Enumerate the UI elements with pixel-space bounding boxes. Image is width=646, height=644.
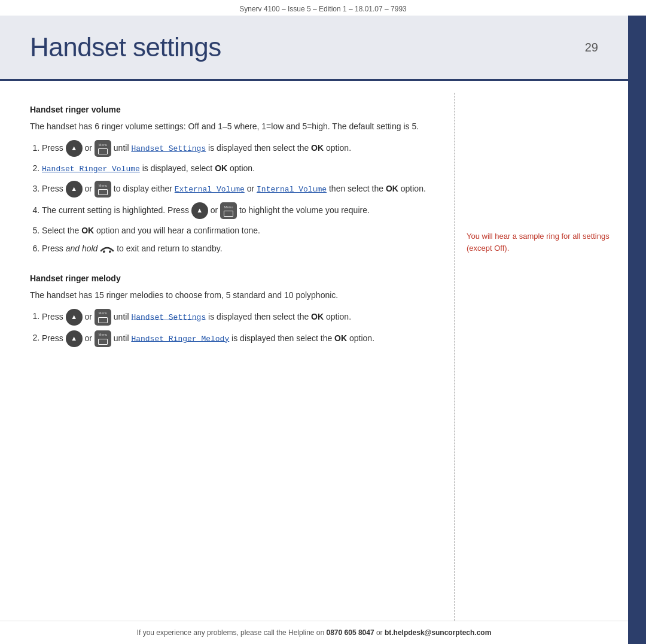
ok-label-5: OK [81,226,94,235]
step-5: Select the OK option and you will hear a… [42,224,436,237]
sidebar-note: You will hear a sample ring for all sett… [467,230,616,254]
handset-ringer-melody-link: Handset Ringer Melody [131,334,229,343]
left-content: Handset ringer volume The handset has 6 … [0,93,455,621]
ok-label-1: OK [311,143,324,153]
menu-button-1: Menu [95,140,111,157]
document-title: Synerv 4100 – Issue 5 – Edition 1 – 18.0… [239,5,407,13]
ok-label-m1: OK [311,311,324,321]
ok-label-3: OK [386,184,398,193]
title-section: Handset settings 29 [0,16,628,79]
footer-email: bt.helpdesk@suncorptech.com [385,628,491,637]
up-button-m2: ▲ [66,330,83,347]
page-number: 29 [585,41,598,54]
menu-button-4: Menu [220,202,237,219]
up-button-1: ▲ [66,140,83,157]
ringer-volume-steps: Press ▲ or Menu until Handset Settings i… [30,140,436,256]
handset-settings-link-m1: Handset Settings [131,312,206,321]
step-2: Handset Ringer Volume is displayed, sele… [42,162,436,176]
document-header: Synerv 4100 – Issue 5 – Edition 1 – 18.0… [0,0,646,16]
menu-button-3: Menu [95,181,111,198]
section-heading-ringer-volume: Handset ringer volume [30,105,436,114]
ok-label-2: OK [215,163,227,173]
right-strip [628,16,646,644]
right-sidebar: You will hear a sample ring for all sett… [455,93,628,621]
up-button-4: ▲ [191,202,208,219]
footer-text-prefix: If you experience any problems, please c… [137,628,327,637]
end-call-icon [100,244,114,254]
melody-step-2: Press ▲ or Menu until Handset Ringer Mel… [42,330,436,347]
melody-step-1: Press ▲ or Menu until Handset Settings i… [42,309,436,326]
up-button-m1: ▲ [66,309,83,326]
ringer-melody-intro: The handset has 15 ringer melodies to ch… [30,289,436,302]
step-6: Press and hold to exit and return to sta… [42,242,436,255]
content-body: Handset ringer volume The handset has 6 … [0,81,628,621]
footer-phone: 0870 605 8047 [327,628,374,637]
footer-text-or: or [374,628,385,637]
menu-button-m1: Menu [95,309,111,326]
external-volume-link: External Volume [175,185,245,194]
handset-settings-link-1: Handset Settings [131,144,206,153]
step-1: Press ▲ or Menu until Handset Settings i… [42,140,436,157]
page-title: Handset settings [30,32,221,62]
main-content: Handset settings 29 Handset ringer volum… [0,16,628,644]
page-footer: If you experience any problems, please c… [0,621,628,644]
step-3: Press ▲ or Menu to display either Extern… [42,181,436,198]
ringer-volume-link: Handset Ringer Volume [42,165,140,174]
ringer-volume-intro: The handset has 6 ringer volume settings… [30,120,436,133]
step-4: The current setting is highlighted. Pres… [42,202,436,219]
ok-label-m2: OK [334,333,347,342]
section-heading-ringer-melody: Handset ringer melody [30,274,436,283]
menu-button-m2: Menu [95,330,111,347]
ringer-melody-steps: Press ▲ or Menu until Handset Settings i… [30,309,436,347]
internal-volume-link: Internal Volume [257,185,327,194]
up-button-3: ▲ [66,181,83,198]
and-hold-text: and hold [66,244,98,253]
